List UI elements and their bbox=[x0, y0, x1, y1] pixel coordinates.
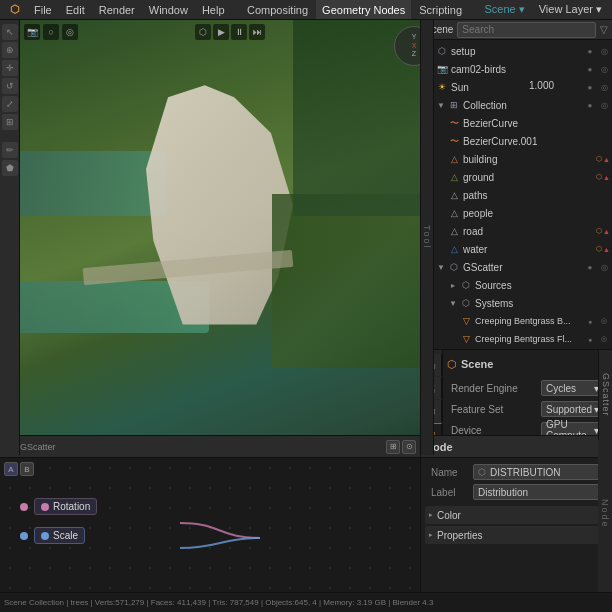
tree-item-bezier1[interactable]: 〜 BezierCurve bbox=[421, 114, 612, 132]
node-toggle-a[interactable]: A bbox=[4, 462, 18, 476]
color-section-arrow: ▸ bbox=[429, 511, 433, 519]
tree-item-paths[interactable]: △ paths bbox=[421, 186, 612, 204]
bezier1-icon: 〜 bbox=[447, 116, 461, 130]
collection-eye[interactable]: ● bbox=[584, 99, 596, 111]
tb-transform[interactable]: ⊞ bbox=[2, 114, 18, 130]
collection-cam[interactable]: ◎ bbox=[598, 99, 610, 111]
gscatter-eye[interactable]: ● bbox=[584, 261, 596, 273]
scale-node-box[interactable]: Scale bbox=[34, 527, 85, 544]
tree-item-sources[interactable]: ▸ ⬡ Sources bbox=[421, 276, 612, 294]
tree-item-water[interactable]: △ water ⬡ ▲ bbox=[421, 240, 612, 258]
setup-cam[interactable]: ◎ bbox=[598, 45, 610, 57]
menu-window[interactable]: Window bbox=[143, 0, 194, 19]
feature-set-select[interactable]: Supported ▾ bbox=[541, 401, 604, 417]
color-section-title: Color bbox=[437, 510, 461, 521]
node-toggle-b[interactable]: B bbox=[20, 462, 34, 476]
tb-cursor[interactable]: ⊕ bbox=[2, 42, 18, 58]
node-name-row: Name ⬡ DISTRIBUTION bbox=[425, 462, 608, 482]
tab-compositing[interactable]: Compositing bbox=[241, 0, 314, 19]
bezier1-label: BezierCurve bbox=[463, 118, 610, 129]
status-text: Scene Collection | trees | Verts:571,279… bbox=[4, 598, 433, 607]
tree-item-bezier2[interactable]: 〜 BezierCurve.001 bbox=[421, 132, 612, 150]
collection-arrow: ▼ bbox=[435, 99, 447, 111]
node-vertical-label: Node bbox=[600, 499, 610, 529]
top-menubar: ⬡ File Edit Render Window Help Compositi… bbox=[0, 0, 612, 20]
collection-icon: ⊞ bbox=[447, 98, 461, 112]
viewport-area[interactable]: 📷 ○ ◎ YXZ ⊞ ⊙ ⬡ ◑ ⬡ ▶ ⏸ ⏭ bbox=[20, 20, 440, 455]
tb-move[interactable]: ✛ bbox=[2, 60, 18, 76]
tree-item-sun[interactable]: ☀ Sun ● ◎ bbox=[421, 78, 612, 96]
menu-blender[interactable]: ⬡ bbox=[4, 0, 26, 19]
bentgrass-fl-eye[interactable]: ● bbox=[584, 333, 596, 345]
node-properties-panel: Node Name ⬡ DISTRIBUTION Label Distribut… bbox=[420, 435, 612, 592]
road-warn-icon: ▲ bbox=[603, 228, 610, 235]
tree-item-cam02[interactable]: 📷 cam02-birds ● ◎ bbox=[421, 60, 612, 78]
tab-scripting[interactable]: Scripting bbox=[413, 0, 468, 19]
tb-measure[interactable]: ⬟ bbox=[2, 160, 18, 176]
scene-selector[interactable]: Scene ▾ bbox=[478, 0, 530, 19]
node-editor-header: ⬡ GScatter ⊞ ⊙ bbox=[0, 436, 420, 458]
sun-render[interactable]: ◎ bbox=[598, 81, 610, 93]
cam02-eye[interactable]: ● bbox=[584, 63, 596, 75]
menu-render[interactable]: Render bbox=[93, 0, 141, 19]
tb-scale[interactable]: ⤢ bbox=[2, 96, 18, 112]
tree-item-collection[interactable]: ▼ ⊞ Collection ● ◎ bbox=[421, 96, 612, 114]
node-label-field[interactable]: Distribution bbox=[473, 484, 602, 500]
water-icon: △ bbox=[447, 242, 461, 256]
vp-icon-material[interactable]: ○ bbox=[43, 24, 59, 40]
tree-item-gscatter[interactable]: ▼ ⬡ GScatter ● ◎ bbox=[421, 258, 612, 276]
tree-item-road[interactable]: △ road ⬡ ▲ bbox=[421, 222, 612, 240]
tree-item-ground[interactable]: △ ground ⬡ ▲ bbox=[421, 168, 612, 186]
gscatter-side: GScatter bbox=[598, 350, 612, 440]
scale-node-label: Scale bbox=[53, 530, 78, 541]
rotation-node-box[interactable]: Rotation bbox=[34, 498, 97, 515]
rotation-node-indicator bbox=[41, 503, 49, 511]
view-layer-selector[interactable]: View Layer ▾ bbox=[533, 0, 608, 19]
road-gscatter-icon: ⬡ bbox=[596, 227, 602, 235]
outliner-search-input[interactable] bbox=[457, 22, 596, 38]
render-engine-select[interactable]: Cycles ▾ bbox=[541, 380, 604, 396]
color-section-header[interactable]: ▸ Color bbox=[425, 506, 608, 524]
vp-top-4[interactable]: ⏭ bbox=[249, 24, 265, 40]
sources-arrow: ▸ bbox=[447, 279, 459, 291]
node-name-field[interactable]: ⬡ DISTRIBUTION bbox=[473, 464, 602, 480]
tree-item-setup[interactable]: ▼ ⬡ setup ● ◎ bbox=[421, 42, 612, 60]
bentgrass-fl-cam[interactable]: ◎ bbox=[598, 333, 610, 345]
tree-item-bentgrass-fl[interactable]: ▽ Creeping Bentgrass Fl... ● ◎ bbox=[421, 330, 612, 348]
water-gscatter-icon: ⬡ bbox=[596, 245, 602, 253]
node-name-value: DISTRIBUTION bbox=[490, 467, 561, 478]
cam02-cam-icon[interactable]: ◎ bbox=[598, 63, 610, 75]
tb-rotate[interactable]: ↺ bbox=[2, 78, 18, 94]
sun-eye[interactable]: ● bbox=[584, 81, 596, 93]
vp-icon-camera[interactable]: 📷 bbox=[24, 24, 40, 40]
vp-top-3[interactable]: ⏸ bbox=[231, 24, 247, 40]
properties-section-header[interactable]: ▸ Properties bbox=[425, 526, 608, 544]
bentgrass-b-cam[interactable]: ◎ bbox=[598, 315, 610, 327]
render-engine-value: Cycles bbox=[546, 383, 576, 394]
tb-select[interactable]: ↖ bbox=[2, 24, 18, 40]
tree-item-people1[interactable]: △ people bbox=[421, 204, 612, 222]
ground-icon: △ bbox=[447, 170, 461, 184]
node-props-header: Node bbox=[421, 436, 612, 458]
tb-annotate[interactable]: ✏ bbox=[2, 142, 18, 158]
vp-top-2[interactable]: ▶ bbox=[213, 24, 229, 40]
node-zoom-button[interactable]: ⊙ bbox=[402, 440, 416, 454]
bentgrass-b-eye[interactable]: ● bbox=[584, 315, 596, 327]
props-section-arrow: ▸ bbox=[429, 531, 433, 539]
node-canvas[interactable]: Rotation Scale A B bbox=[0, 458, 420, 592]
node-view-button[interactable]: ⊞ bbox=[386, 440, 400, 454]
outliner-filter-icon[interactable]: ▽ bbox=[600, 24, 608, 35]
tree-item-systems[interactable]: ▼ ⬡ Systems bbox=[421, 294, 612, 312]
menu-file[interactable]: File bbox=[28, 0, 58, 19]
setup-eye[interactable]: ● bbox=[584, 45, 596, 57]
tree-item-bentgrass-b[interactable]: ▽ Creeping Bentgrass B... ● ◎ bbox=[421, 312, 612, 330]
vp-top-1[interactable]: ⬡ bbox=[195, 24, 211, 40]
gscatter-cam[interactable]: ◎ bbox=[598, 261, 610, 273]
menu-edit[interactable]: Edit bbox=[60, 0, 91, 19]
viewport-landscape: 📷 ○ ◎ YXZ ⊞ ⊙ ⬡ ◑ ⬡ ▶ ⏸ ⏭ bbox=[20, 20, 440, 455]
menu-help[interactable]: Help bbox=[196, 0, 231, 19]
setup-label: setup bbox=[451, 46, 584, 57]
vp-icon-render[interactable]: ◎ bbox=[62, 24, 78, 40]
tab-geometry-nodes[interactable]: Geometry Nodes bbox=[316, 0, 411, 19]
tree-item-building[interactable]: △ building ⬡ ▲ bbox=[421, 150, 612, 168]
